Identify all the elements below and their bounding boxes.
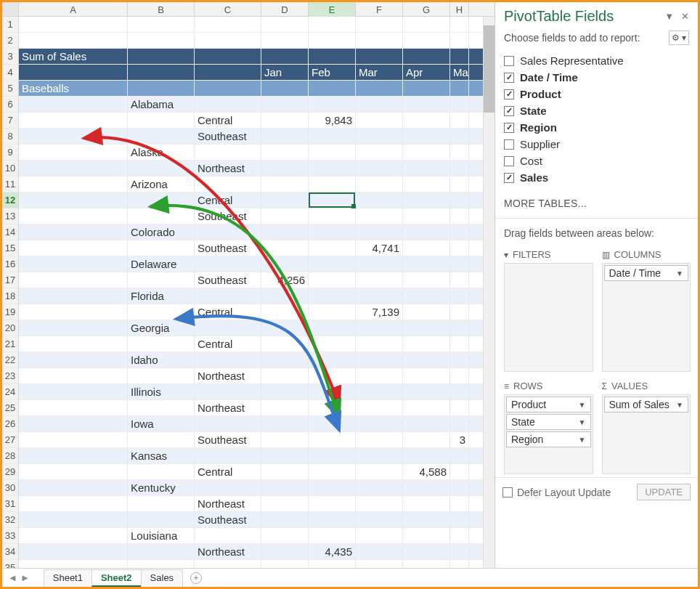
cell-F10[interactable] — [356, 161, 403, 176]
values-tag-sum-of-sales[interactable]: Sum of Sales▼ — [604, 397, 689, 413]
cell-A9[interactable] — [19, 145, 128, 160]
row-number[interactable]: 13 — [2, 208, 18, 224]
cell-C27[interactable]: Southeast — [195, 432, 261, 447]
cell-C25[interactable]: Northeast — [195, 400, 261, 415]
row-number[interactable]: 8 — [2, 129, 18, 145]
cell-D30[interactable] — [261, 480, 309, 495]
cell-H29[interactable] — [450, 464, 469, 479]
cell-B29[interactable] — [128, 464, 195, 479]
cell-E30[interactable] — [309, 480, 356, 495]
cell-G25[interactable] — [403, 400, 450, 415]
cell-G23[interactable] — [403, 368, 450, 383]
cell-H11[interactable] — [450, 176, 469, 192]
cell-A20[interactable] — [19, 320, 128, 336]
cell-G2[interactable] — [403, 33, 450, 48]
cell-B13[interactable] — [128, 208, 195, 224]
rows-area[interactable]: ≡ROWS Product▼State▼Region▼ — [504, 378, 593, 474]
cell-F2[interactable] — [356, 33, 403, 48]
cell-A33[interactable] — [19, 528, 128, 543]
row-number[interactable]: 9 — [2, 145, 18, 161]
cell-B30[interactable]: Kentucky — [128, 480, 195, 495]
cell-B12[interactable] — [128, 192, 195, 208]
cell-A30[interactable] — [19, 480, 128, 495]
cell-H7[interactable] — [450, 113, 469, 128]
cell-A12[interactable] — [19, 192, 128, 208]
cell-D17[interactable]: 4,256 — [261, 272, 309, 288]
cell-F21[interactable] — [356, 336, 403, 352]
column-header-A[interactable]: A — [19, 2, 128, 17]
cell-H35[interactable] — [450, 560, 469, 568]
field-region[interactable]: Region — [504, 119, 691, 136]
cell-H28[interactable] — [450, 448, 469, 463]
cell-B21[interactable] — [128, 336, 195, 352]
cell-B7[interactable] — [128, 113, 195, 128]
row-number[interactable]: 30 — [2, 480, 18, 496]
cell-F5[interactable] — [356, 81, 403, 96]
row-number[interactable]: 15 — [2, 240, 18, 256]
cell-H33[interactable] — [450, 528, 469, 543]
cell-B23[interactable] — [128, 368, 195, 383]
cell-F23[interactable] — [356, 368, 403, 383]
row-number[interactable]: 23 — [2, 368, 18, 384]
cell-D1[interactable] — [261, 17, 309, 32]
cell-B20[interactable]: Georgia — [128, 320, 195, 336]
cell-B32[interactable] — [128, 512, 195, 527]
cell-F1[interactable] — [356, 17, 403, 32]
cell-F17[interactable] — [356, 272, 403, 288]
cell-C31[interactable]: Northeast — [195, 496, 261, 511]
cell-H6[interactable] — [450, 97, 469, 112]
cell-G35[interactable] — [403, 560, 450, 568]
cell-H4[interactable]: May — [450, 65, 469, 80]
cell-D6[interactable] — [261, 97, 309, 112]
cell-F9[interactable] — [356, 145, 403, 160]
cell-G22[interactable] — [403, 352, 450, 367]
row-number[interactable]: 22 — [2, 352, 18, 368]
cell-A24[interactable] — [19, 384, 128, 399]
cell-A17[interactable] — [19, 272, 128, 288]
cell-D9[interactable] — [261, 145, 309, 160]
rows-tag-region[interactable]: Region▼ — [506, 431, 591, 447]
row-number[interactable]: 34 — [2, 544, 18, 560]
cell-G31[interactable] — [403, 496, 450, 511]
column-header-F[interactable]: F — [356, 2, 403, 17]
cell-D34[interactable] — [261, 544, 309, 559]
cell-A5[interactable]: Baseballs — [19, 81, 128, 96]
cell-B5[interactable] — [128, 81, 195, 96]
cell-G14[interactable] — [403, 224, 450, 240]
cell-F16[interactable] — [356, 256, 403, 272]
cell-A29[interactable] — [19, 464, 128, 479]
cell-D22[interactable] — [261, 352, 309, 367]
cell-B18[interactable]: Florida — [128, 288, 195, 304]
cell-C18[interactable] — [195, 288, 261, 304]
cell-F8[interactable] — [356, 129, 403, 144]
cell-C33[interactable] — [195, 528, 261, 543]
cell-F22[interactable] — [356, 352, 403, 367]
cell-D28[interactable] — [261, 448, 309, 463]
row-number[interactable]: 32 — [2, 512, 18, 528]
cell-C28[interactable] — [195, 448, 261, 463]
cell-E13[interactable] — [309, 208, 356, 224]
cell-B16[interactable]: Delaware — [128, 256, 195, 272]
cell-E26[interactable] — [309, 416, 356, 431]
cell-G1[interactable] — [403, 17, 450, 32]
cell-F19[interactable]: 7,139 — [356, 304, 403, 320]
cell-H15[interactable] — [450, 240, 469, 256]
row-number[interactable]: 4 — [2, 65, 18, 81]
cell-G10[interactable] — [403, 161, 450, 176]
cell-D32[interactable] — [261, 512, 309, 527]
cell-A6[interactable] — [19, 97, 128, 112]
field-cost[interactable]: Cost — [504, 153, 691, 169]
field-checkbox[interactable] — [504, 139, 514, 150]
cell-D10[interactable] — [261, 161, 309, 176]
cell-C17[interactable]: Southeast — [195, 272, 261, 288]
cell-E18[interactable] — [309, 288, 356, 304]
row-number[interactable]: 5 — [2, 81, 18, 97]
cell-E21[interactable] — [309, 336, 356, 352]
field-checkbox[interactable] — [504, 106, 514, 116]
column-header-G[interactable]: G — [403, 2, 450, 17]
cell-A8[interactable] — [19, 129, 128, 144]
cell-B22[interactable]: Idaho — [128, 352, 195, 367]
cell-C12[interactable]: Central — [195, 192, 261, 208]
cell-B14[interactable]: Colorado — [128, 224, 195, 240]
cell-A10[interactable] — [19, 161, 128, 176]
